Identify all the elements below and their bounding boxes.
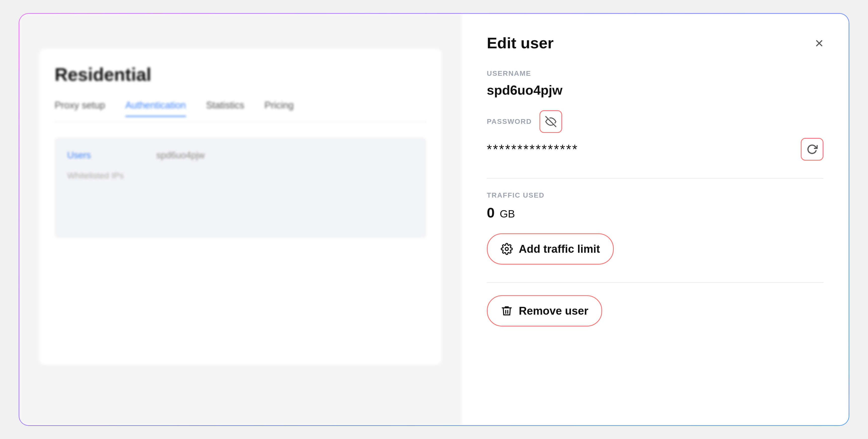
remove-user-button[interactable]: Remove user — [487, 295, 602, 326]
tab-authentication[interactable]: Authentication — [125, 100, 186, 117]
refresh-icon — [807, 144, 818, 155]
gear-icon — [501, 243, 513, 255]
traffic-value: 0 GB — [487, 205, 824, 221]
username-section: USERNAME spd6uo4pjw — [487, 69, 824, 110]
traffic-unit: GB — [500, 208, 515, 220]
eye-slash-icon — [545, 116, 556, 127]
traffic-section: TRAFFIC USED 0 GB — [487, 191, 824, 221]
username-label: USERNAME — [487, 69, 824, 77]
divider-2 — [487, 282, 824, 283]
tab-pricing[interactable]: Pricing — [265, 100, 294, 117]
sub-tab-users[interactable]: Users — [67, 150, 91, 161]
password-row: *************** — [487, 138, 824, 161]
refresh-password-button[interactable] — [801, 138, 824, 161]
panel-header: Edit user × — [487, 34, 824, 52]
sub-tab-user-value: spd6uo4pjw — [156, 150, 205, 161]
password-label: PASSWORD — [487, 118, 532, 126]
toggle-password-button[interactable] — [539, 110, 562, 133]
edit-user-panel: Edit user × USERNAME spd6uo4pjw PASSWORD — [462, 14, 848, 425]
sub-tabs: Users spd6uo4pjw — [67, 150, 414, 161]
password-value: *************** — [487, 142, 579, 157]
panel-title: Edit user — [487, 34, 554, 52]
whitelist-label: Whitelisted IPs — [67, 171, 414, 181]
left-inner: Residential Proxy setup Authentication S… — [39, 49, 441, 365]
content-area: Users spd6uo4pjw Whitelisted IPs — [55, 137, 427, 238]
remove-user-label: Remove user — [519, 305, 588, 317]
add-traffic-limit-button[interactable]: Add traffic limit — [487, 233, 614, 264]
app-container: Residential Proxy setup Authentication S… — [19, 13, 849, 426]
add-traffic-label: Add traffic limit — [519, 243, 600, 255]
trash-icon — [501, 305, 513, 317]
close-button[interactable]: × — [815, 36, 824, 50]
page-title: Residential — [55, 64, 427, 85]
left-panel: Residential Proxy setup Authentication S… — [20, 14, 462, 425]
traffic-label: TRAFFIC USED — [487, 191, 824, 199]
tabs-row: Proxy setup Authentication Statistics Pr… — [55, 100, 427, 122]
password-section: PASSWORD *************** — [487, 110, 824, 161]
svg-point-1 — [505, 247, 508, 250]
tab-proxy-setup[interactable]: Proxy setup — [55, 100, 105, 117]
divider-1 — [487, 178, 824, 179]
traffic-number: 0 — [487, 205, 495, 221]
username-value: spd6uo4pjw — [487, 83, 824, 98]
tab-statistics[interactable]: Statistics — [206, 100, 244, 117]
